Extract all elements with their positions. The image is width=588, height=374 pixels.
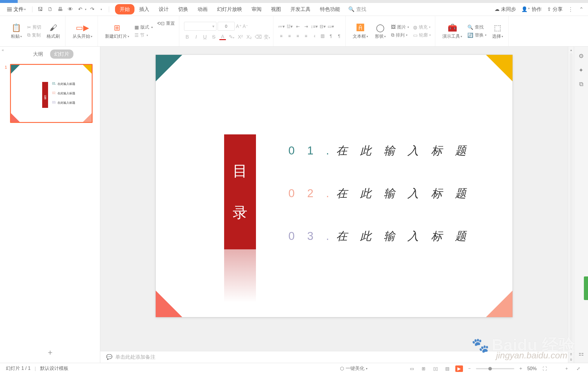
notes-bar[interactable]: 💬 单击此处添加备注 (100, 351, 568, 363)
tab-features[interactable]: 特色功能 (315, 4, 345, 14)
superscript-icon[interactable]: X² (237, 34, 244, 40)
notes-view-icon[interactable]: ▤ (444, 365, 451, 372)
undo-icon[interactable]: ↶ (76, 5, 84, 14)
layout-button[interactable]: ▦版式▾ (133, 24, 154, 31)
toc-entry-2[interactable]: 0 2 . 在 此 输 入 标 题 (288, 186, 471, 201)
paste-button[interactable]: 📋 粘贴▾ (8, 22, 24, 40)
rtl-icon[interactable]: ¶ (328, 33, 334, 39)
fit-window-icon[interactable]: ⛶ (541, 365, 548, 372)
find-button[interactable]: 🔍查找 (466, 24, 488, 31)
preview-icon[interactable]: 👁 (66, 5, 74, 14)
line-spacing-icon[interactable]: ↕≡▾ (311, 23, 318, 30)
tab-animation[interactable]: 动画 (193, 4, 212, 14)
ltr-icon[interactable]: ¶ (336, 33, 342, 39)
italic-icon[interactable]: I (193, 34, 199, 40)
add-slide-button[interactable]: ＋ (0, 342, 100, 363)
strikethrough-icon[interactable]: S (211, 34, 217, 40)
vertical-scrollbar[interactable]: ▴ ▾ ⤊ ⤋ (568, 47, 574, 363)
tab-insert[interactable]: 插入 (134, 4, 154, 14)
align-justify-icon[interactable]: ≡ (303, 33, 309, 39)
outline-button[interactable]: ▭轮廓▾ (412, 32, 432, 39)
shape-button[interactable]: ◯ 形状▾ (372, 22, 388, 40)
text-effects-icon[interactable]: 变▾ (264, 34, 270, 40)
scroll-down-icon[interactable]: ▾ (569, 347, 573, 351)
tab-slideshow[interactable]: 幻灯片放映 (212, 4, 247, 14)
zoom-out-icon[interactable]: － (467, 365, 472, 372)
zoom-thumb[interactable] (488, 367, 492, 370)
highlight-icon[interactable]: ✎▾ (228, 34, 235, 40)
search-box[interactable]: 🔍 查找 (348, 6, 366, 13)
collapse-panel-icon[interactable]: « (2, 48, 4, 52)
tab-start[interactable]: 开始 (115, 4, 134, 14)
select-button[interactable]: ⬚ 选择▾ (490, 22, 505, 40)
fullscreen-icon[interactable]: ⤢ (574, 365, 582, 372)
font-color-icon[interactable]: A (219, 34, 226, 40)
format-painter-button[interactable]: 🖌 格式刷 (44, 22, 62, 40)
section-button[interactable]: ☰节▾ (133, 32, 154, 39)
replace-button[interactable]: 🔄替换▾ (466, 32, 488, 39)
quick-access-more[interactable]: ▾ (97, 5, 105, 14)
picture-button[interactable]: 🖼图片▾ (390, 24, 410, 31)
font-size-input[interactable] (218, 22, 235, 31)
beautify-button[interactable]: ⬡一键美化▾ (340, 365, 367, 372)
textbox-button[interactable]: 🅰 文本框▾ (350, 22, 370, 40)
redo-icon[interactable]: ↷ (88, 5, 96, 14)
sync-status[interactable]: ☁未同步 (495, 6, 516, 13)
next-slide-icon[interactable]: ⤋ (569, 357, 573, 362)
copy-button[interactable]: ⧉复制 (26, 32, 42, 39)
more-icon[interactable]: ⋮ (568, 7, 573, 12)
slideshow-view-icon[interactable]: ▶ (455, 365, 463, 372)
collapse-ribbon-icon[interactable]: ⌃ (579, 7, 584, 12)
align-center-icon[interactable]: ≡ (286, 33, 293, 39)
new-slide-button[interactable]: ⊞ 新建幻灯片▾ (103, 22, 132, 40)
zoom-in-icon[interactable]: ＋ (518, 365, 523, 372)
text-direction-icon[interactable]: ⊟▾ (319, 23, 326, 30)
settings-rail-icon[interactable]: ⚙ (579, 52, 584, 60)
add-pane-icon[interactable]: ＋ (563, 365, 570, 372)
bullets-icon[interactable]: ≔▾ (278, 23, 285, 30)
clear-format-icon[interactable]: ⌫ (255, 34, 261, 40)
cut-button[interactable]: ✂剪切 (26, 24, 42, 31)
present-tools-button[interactable]: 🧰 演示工具▾ (440, 22, 464, 40)
save-icon[interactable]: 🖫 (36, 5, 44, 14)
zoom-slider[interactable] (476, 368, 514, 369)
scroll-track[interactable] (570, 53, 573, 346)
align-left-icon[interactable]: ≡ (278, 33, 285, 39)
columns-icon[interactable]: ▥ (319, 33, 326, 39)
share-button[interactable]: ⇪分享 (547, 6, 563, 13)
outline-tab[interactable]: 大纲 (29, 50, 47, 59)
normal-view-icon[interactable]: ▭ (408, 365, 416, 372)
toc-title-block[interactable]: 目 录 (224, 134, 256, 249)
decrease-font-icon[interactable]: A⁻ (243, 24, 248, 29)
save-as-icon[interactable]: 🗋 (46, 5, 54, 14)
toc-entry-1[interactable]: 0 1 . 在 此 输 入 标 题 (288, 143, 471, 158)
bold-icon[interactable]: B (184, 34, 190, 40)
tab-developer[interactable]: 开发工具 (286, 4, 315, 14)
indent-right-icon[interactable]: ⇥ (303, 23, 309, 30)
slide-canvas[interactable]: 目 录 0 1 . 在 此 输 入 标 题 0 2 . 在 此 输 入 标 题 (156, 55, 513, 317)
arrange-button[interactable]: ⧉排列▾ (390, 32, 410, 39)
distribute-icon[interactable]: ⫞ (311, 33, 318, 39)
fill-button[interactable]: ◍填充▾ (412, 24, 432, 31)
side-float-tab[interactable] (584, 276, 588, 300)
font-name-input[interactable]: ▾ (184, 22, 216, 31)
scroll-up-icon[interactable]: ▴ (569, 48, 573, 52)
tab-review[interactable]: 审阅 (247, 4, 266, 14)
align-right-icon[interactable]: ≡ (295, 33, 301, 39)
start-from-button[interactable]: ▭▶ 从头开始▾ (70, 22, 95, 40)
tab-view[interactable]: 视图 (266, 4, 286, 14)
slide-thumbnail-1[interactable]: 1 目录 01.在此输入标题 02.在此输入标题 03.在此输入标题 (3, 64, 97, 123)
numbering-icon[interactable]: ☳▾ (286, 23, 293, 30)
slides-tab[interactable]: 幻灯片 (50, 50, 73, 59)
reading-view-icon[interactable]: ▯▯ (432, 365, 439, 372)
increase-font-icon[interactable]: A⁺ (236, 24, 242, 29)
reset-button[interactable]: ⟲⊡重置 (156, 20, 176, 27)
sorter-view-icon[interactable]: ⊞ (420, 365, 428, 372)
design-rail-icon[interactable]: ✦ (579, 67, 584, 74)
toc-entry-3[interactable]: 0 3 . 在 此 输 入 标 题 (288, 229, 471, 244)
prev-slide-icon[interactable]: ⤊ (569, 352, 573, 356)
collab-button[interactable]: 👤⁺协作 (521, 6, 542, 13)
grid-rail-icon[interactable]: ⚏ (579, 350, 584, 357)
tab-transition[interactable]: 切换 (173, 4, 193, 14)
chevron-down-icon[interactable]: ▾ (85, 8, 86, 11)
